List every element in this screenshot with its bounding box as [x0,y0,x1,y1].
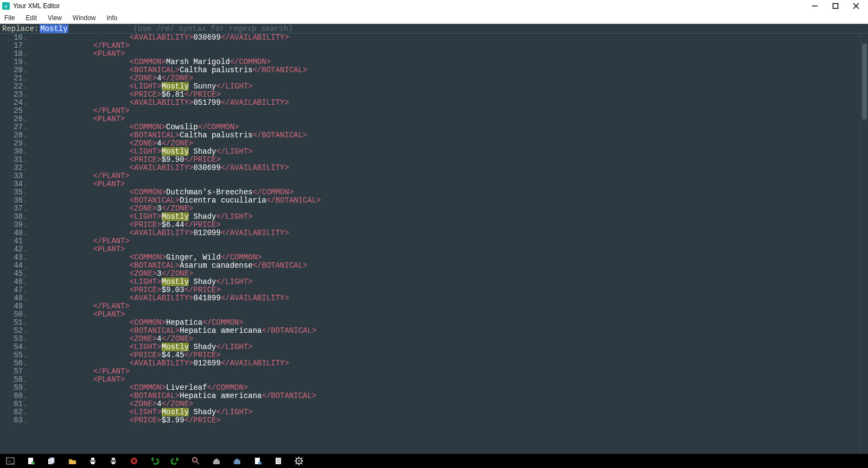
fold-marker-icon[interactable]: ▾ [24,270,29,278]
code-content[interactable]: <PLANT> [29,50,125,58]
code-line[interactable]: 29▾ <ZONE>4</ZONE> [0,140,868,148]
fold-marker-icon[interactable]: ▾ [24,140,29,148]
code-line[interactable]: 40▾ <AVAILABILITY>012099</AVAILABILITY> [0,229,868,237]
code-line[interactable]: 31▾ <PRICE>$9.90</PRICE> [0,156,868,164]
fold-marker-icon[interactable]: ▾ [24,335,29,343]
code-line[interactable]: 53▾ <ZONE>4</ZONE> [0,335,868,343]
code-content[interactable]: <PLANT> [29,115,125,123]
code-line[interactable]: 17 </PLANT> [0,42,868,50]
fold-marker-icon[interactable]: ▾ [24,131,29,140]
gear-icon[interactable] [294,456,304,466]
fold-marker-icon[interactable]: ▾ [24,343,29,351]
code-content[interactable]: <PRICE>$9.90</PRICE> [29,156,221,164]
code-line[interactable]: 45▾ <ZONE>3</ZONE> [0,270,868,278]
code-content[interactable]: <COMMON>Liverleaf</COMMON> [29,384,248,392]
fold-marker-icon[interactable]: ▾ [24,359,29,368]
code-content[interactable]: <BOTANICAL>Hepatica americana</BOTANICAL… [29,327,316,335]
page-plus-icon[interactable]: + [253,456,263,466]
menu-edit[interactable]: Edit [23,13,39,23]
code-content[interactable]: <BOTANICAL>Asarum canadense</BOTANICAL> [29,262,308,270]
fold-marker-icon[interactable] [24,172,29,180]
maximize-button[interactable] [830,1,841,11]
code-content[interactable]: <PLANT> [29,245,125,254]
code-content[interactable]: <AVAILABILITY>041899</AVAILABILITY> [29,294,289,302]
code-content[interactable]: <ZONE>3</ZONE> [29,270,193,278]
code-line[interactable]: 38▾ <LIGHT>Mostly Shady</LIGHT> [0,213,868,221]
code-line[interactable]: 18▾ <PLANT> [0,50,868,58]
fold-marker-icon[interactable]: ▾ [24,99,29,107]
fold-marker-icon[interactable]: ▾ [24,327,29,335]
code-line[interactable]: 19▾ <COMMON>Marsh Marigold</COMMON> [0,58,868,66]
code-content[interactable]: <BOTANICAL>Caltha palustris</BOTANICAL> [29,131,308,140]
code-line[interactable]: 62▾ <LIGHT>Mostly Shady</LIGHT> [0,408,868,416]
code-line[interactable]: 24▾ <AVAILABILITY>051799</AVAILABILITY> [0,99,868,107]
fold-marker-icon[interactable]: ▾ [24,278,29,286]
code-content[interactable]: <AVAILABILITY>030699</AVAILABILITY> [29,164,289,172]
print-icon[interactable] [88,456,98,466]
code-content[interactable]: <COMMON>Cowslip</COMMON> [29,123,239,131]
fold-marker-icon[interactable]: ▾ [24,229,29,237]
code-line[interactable]: 33 </PLANT> [0,172,868,180]
code-line[interactable]: 60▾ <BOTANICAL>Hepatica americana</BOTAN… [0,392,868,400]
code-content[interactable]: <PRICE>$6.44</PRICE> [29,221,221,229]
fold-marker-icon[interactable]: ▾ [24,262,29,270]
code-content[interactable]: <PLANT> [29,311,125,319]
fold-marker-icon[interactable]: ▾ [24,83,29,91]
fold-marker-icon[interactable] [24,237,29,245]
code-line[interactable]: 42▾ <PLANT> [0,245,868,254]
code-line[interactable]: 52▾ <BOTANICAL>Hepatica americana</BOTAN… [0,327,868,335]
fold-marker-icon[interactable]: ▾ [24,58,29,66]
fold-marker-icon[interactable]: ▾ [24,91,29,99]
code-content[interactable]: </PLANT> [29,172,130,180]
fold-marker-icon[interactable]: ▾ [24,416,29,425]
code-content[interactable]: <COMMON>Hepatica</COMMON> [29,319,244,327]
code-line[interactable]: 30▾ <LIGHT>Mostly Shady</LIGHT> [0,148,868,156]
home-icon[interactable] [212,456,221,466]
code-line[interactable]: 25 </PLANT> [0,107,868,115]
code-content[interactable]: <LIGHT>Mostly Shady</LIGHT> [29,148,253,156]
code-content[interactable]: <AVAILABILITY>051799</AVAILABILITY> [29,99,289,107]
fold-marker-icon[interactable]: ▾ [24,245,29,254]
code-line[interactable]: 23▾ <PRICE>$6.81</PRICE> [0,91,868,99]
fold-marker-icon[interactable]: ▾ [24,50,29,58]
code-line[interactable]: 28▾ <BOTANICAL>Caltha palustris</BOTANIC… [0,131,868,140]
stop-icon[interactable] [129,456,139,466]
code-content[interactable]: <LIGHT>Mostly Shady</LIGHT> [29,278,253,286]
code-content[interactable]: <PRICE>$9.03</PRICE> [29,286,221,294]
code-line[interactable]: 43▾ <COMMON>Ginger, Wild</COMMON> [0,254,868,262]
code-content[interactable]: <ZONE>4</ZONE> [29,400,193,408]
menu-window[interactable]: Window [71,13,98,23]
page-icon[interactable] [273,456,283,466]
code-line[interactable]: 58▾ <PLANT> [0,376,868,384]
fold-marker-icon[interactable]: ▾ [24,286,29,294]
fold-marker-icon[interactable] [24,302,29,311]
terminal-icon[interactable]: >_ [5,456,15,466]
code-line[interactable]: 50▾ <PLANT> [0,311,868,319]
code-line[interactable]: 41 </PLANT> [0,237,868,245]
code-content[interactable]: <PRICE>$3.99</PRICE> [29,416,221,425]
code-line[interactable]: 22▾ <LIGHT>Mostly Sunny</LIGHT> [0,83,868,91]
fold-marker-icon[interactable]: ▾ [24,408,29,416]
fold-marker-icon[interactable] [24,107,29,115]
menu-view[interactable]: View [46,13,64,23]
code-content[interactable]: <AVAILABILITY>030699</AVAILABILITY> [29,34,289,42]
code-content[interactable]: <LIGHT>Mostly Shady</LIGHT> [29,213,253,221]
code-content[interactable]: </PLANT> [29,42,130,50]
code-line[interactable]: 59▾ <COMMON>Liverleaf</COMMON> [0,384,868,392]
code-line[interactable]: 16▾ <AVAILABILITY>030699</AVAILABILITY> [0,34,868,42]
fold-marker-icon[interactable]: ▾ [24,294,29,302]
fold-marker-icon[interactable]: ▾ [24,188,29,197]
fold-marker-icon[interactable]: ▾ [24,180,29,188]
code-line[interactable]: 21▾ <ZONE>4</ZONE> [0,74,868,83]
code-line[interactable]: 48▾ <AVAILABILITY>041899</AVAILABILITY> [0,294,868,302]
fold-marker-icon[interactable] [24,368,29,376]
code-line[interactable]: 39▾ <PRICE>$6.44</PRICE> [0,221,868,229]
fold-marker-icon[interactable]: ▾ [24,197,29,205]
undo-icon[interactable] [150,456,159,466]
code-content[interactable]: <PRICE>$6.81</PRICE> [29,91,221,99]
code-line[interactable]: 44▾ <BOTANICAL>Asarum canadense</BOTANIC… [0,262,868,270]
code-line[interactable]: 61▾ <ZONE>4</ZONE> [0,400,868,408]
code-content[interactable]: <BOTANICAL>Caltha palustris</BOTANICAL> [29,66,308,74]
fold-marker-icon[interactable]: ▾ [24,115,29,123]
code-line[interactable]: 20▾ <BOTANICAL>Caltha palustris</BOTANIC… [0,66,868,74]
